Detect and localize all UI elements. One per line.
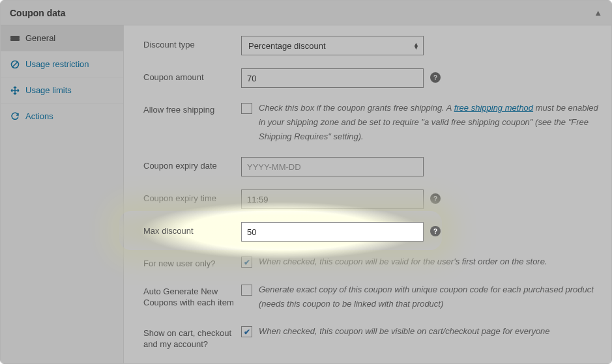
tab-general[interactable]: General [1, 25, 123, 51]
expiry-date-input[interactable] [241, 157, 424, 176]
show-on-cart-label: Show on cart, checkout and my account? [143, 324, 241, 350]
discount-type-select[interactable]: Percentage discount [241, 36, 424, 55]
tab-usage-limits[interactable]: Usage limits [1, 77, 123, 103]
help-icon[interactable]: ? [430, 72, 441, 83]
help-icon[interactable]: ? [430, 193, 441, 204]
row-allow-free-shipping: Allow free shipping Check this box if th… [124, 94, 611, 150]
row-expiry-time: Coupon expiry time ? [124, 183, 611, 216]
max-discount-label: Max discount [143, 222, 241, 237]
move-icon [10, 86, 20, 95]
show-on-cart-desc: When checked, this coupon will be visibl… [259, 324, 550, 339]
tab-label: Usage restriction [25, 59, 89, 69]
coupon-amount-label: Coupon amount [143, 68, 241, 83]
refresh-icon [10, 112, 20, 121]
help-icon[interactable]: ? [430, 226, 441, 236]
for-new-user-desc: When checked, this coupon will be valid … [259, 255, 547, 269]
tab-actions[interactable]: Actions [1, 103, 123, 129]
allow-free-shipping-checkbox[interactable] [241, 103, 252, 114]
coupon-amount-input[interactable] [241, 68, 424, 88]
ban-icon [10, 60, 20, 69]
tab-label: Actions [25, 111, 53, 121]
general-tab-content: Discount type Percentage discount ▲▼ Cou… [124, 25, 611, 363]
collapse-up-icon[interactable]: ▲ [594, 8, 602, 18]
row-max-discount: Max discount ? [124, 216, 611, 248]
panel-title: Coupon data [10, 8, 66, 18]
expiry-time-input[interactable] [241, 189, 424, 209]
for-new-user-checkbox[interactable] [241, 257, 252, 268]
auto-generate-desc: Generate exact copy of this coupon with … [259, 283, 598, 311]
auto-generate-checkbox[interactable] [241, 285, 252, 296]
tab-label: General [25, 33, 55, 43]
for-new-user-label: For new user only? [143, 255, 241, 270]
ticket-icon [10, 35, 20, 42]
svg-line-1 [12, 62, 18, 67]
tab-usage-restriction[interactable]: Usage restriction [1, 51, 123, 77]
max-discount-input[interactable] [241, 222, 424, 242]
free-shipping-method-link[interactable]: free shipping method [454, 103, 533, 113]
tab-label: Usage limits [25, 85, 72, 95]
row-for-new-user: For new user only? When checked, this co… [124, 248, 611, 276]
row-expiry-date: Coupon expiry date [124, 150, 611, 183]
expiry-date-label: Coupon expiry date [143, 157, 241, 172]
auto-generate-label: Auto Generate New Coupons with each item [143, 283, 241, 309]
row-discount-type: Discount type Percentage discount ▲▼ [124, 29, 611, 62]
allow-free-shipping-label: Allow free shipping [143, 101, 241, 116]
panel-header[interactable]: Coupon data ▲ [1, 1, 611, 25]
show-on-cart-checkbox[interactable] [241, 326, 252, 337]
allow-free-shipping-desc: Check this box if the coupon grants free… [259, 101, 598, 144]
row-show-on-cart: Show on cart, checkout and my account? W… [124, 318, 611, 357]
row-auto-generate: Auto Generate New Coupons with each item… [124, 276, 611, 318]
expiry-time-label: Coupon expiry time [143, 189, 241, 204]
coupon-tabs-sidebar: General Usage restriction Usage limits [1, 25, 124, 363]
row-coupon-amount: Coupon amount ? [124, 62, 611, 94]
coupon-data-panel: Coupon data ▲ General Usage restriction [0, 0, 612, 364]
discount-type-label: Discount type [143, 36, 241, 51]
